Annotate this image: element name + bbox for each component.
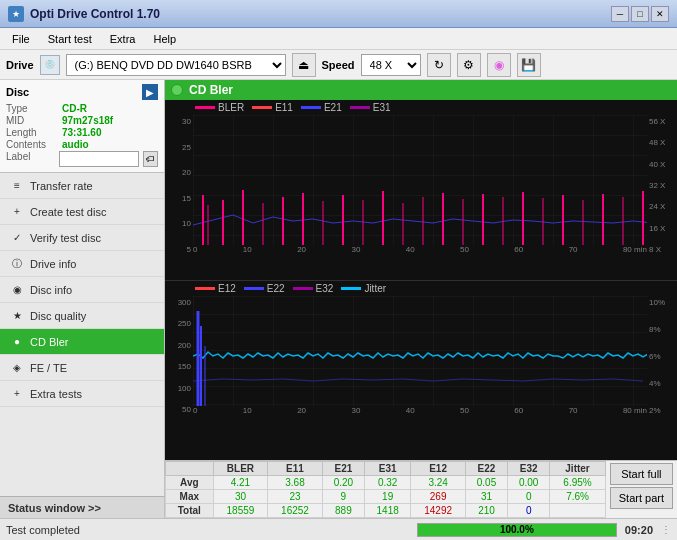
legend-bler-text: BLER [218,102,244,113]
disc-label-row: Label 🏷 [6,151,158,167]
chart1-x-axis: 0 10 20 30 40 50 60 70 80 min [193,245,647,256]
chart-title-bar: CD Bler [165,80,677,100]
save-button[interactable]: 💾 [517,53,541,77]
fe-te-icon: ◈ [10,361,24,375]
disc-contents-label: Contents [6,139,58,150]
sidebar-item-extra-tests[interactable]: + Extra tests [0,381,164,407]
stats-table: BLER E11 E21 E31 E12 E22 E32 Jitter [165,461,606,518]
stat-avg-e31: 0.32 [365,476,411,490]
disc-contents-value: audio [62,139,89,150]
x-label: 70 [569,406,578,415]
chart2-legend: E12 E22 E32 Jitter [165,281,677,296]
y-label-right: 56 X [647,117,677,126]
legend-jitter-text: Jitter [364,283,386,294]
right-panel: CD Bler BLER E11 E21 [165,80,677,518]
sidebar-item-disc-info[interactable]: ◉ Disc info [0,277,164,303]
y-label: 15 [165,194,193,203]
eject-button[interactable]: ⏏ [292,53,316,77]
sidebar-item-label: CD Bler [30,336,69,348]
disc-length-row: Length 73:31.60 [6,127,158,138]
title-bar-buttons: ─ □ ✕ [611,6,669,22]
x-label: 80 min [623,406,647,415]
legend-e11-text: E11 [275,102,293,113]
x-label: 50 [460,406,469,415]
disc-arrow-button[interactable]: ▶ [142,84,158,100]
sidebar-item-cd-bler[interactable]: ● CD Bler [0,329,164,355]
maximize-button[interactable]: □ [631,6,649,22]
legend-e31-color [350,106,370,109]
col-header-jitter: Jitter [550,462,605,476]
menu-extra[interactable]: Extra [102,31,144,47]
disc-type-row: Type CD-R [6,103,158,114]
col-header-bler: BLER [213,462,268,476]
stat-max-e12: 269 [411,490,466,504]
stat-total-bler: 18559 [213,504,268,518]
menu-bar: File Start test Extra Help [0,28,677,50]
sidebar-item-label: Extra tests [30,388,82,400]
charts-container: BLER E11 E21 E31 [165,100,677,460]
y-label: 50 [165,405,193,414]
status-bar: Test completed 100.0% 09:20 ⋮ [0,518,677,540]
x-label: 20 [297,245,306,254]
y-label-right: 4% [647,379,677,388]
disc-label-button[interactable]: 🏷 [143,151,158,167]
drive-select[interactable]: (G:) BENQ DVD DD DW1640 BSRB [66,54,286,76]
speed-select[interactable]: 48 X [361,54,421,76]
resize-grip[interactable]: ⋮ [661,524,671,535]
svg-rect-32 [193,296,647,406]
legend-e12-color [195,287,215,290]
disc-info-icon: ◉ [10,283,24,297]
status-window-button[interactable]: Status window >> [0,496,164,518]
sidebar-item-verify-test-disc[interactable]: ✓ Verify test disc [0,225,164,251]
y-label-right: 16 X [647,224,677,233]
y-label: 300 [165,298,193,307]
create-test-disc-icon: + [10,205,24,219]
menu-help[interactable]: Help [145,31,184,47]
disc-type-label: Type [6,103,58,114]
color-button[interactable]: ◉ [487,53,511,77]
progress-text: 100.0% [418,524,616,536]
start-full-button[interactable]: Start full [610,463,673,485]
stat-max-bler: 30 [213,490,268,504]
x-label: 30 [351,406,360,415]
chart2-wrapper: E12 E22 E32 Jitter [165,280,677,461]
app-icon: ★ [8,6,24,22]
disc-title: Disc [6,86,29,98]
disc-mid-row: MID 97m27s18f [6,115,158,126]
sidebar-item-disc-quality[interactable]: ★ Disc quality [0,303,164,329]
settings-button[interactable]: ⚙ [457,53,481,77]
sidebar: Disc ▶ Type CD-R MID 97m27s18f Length 73… [0,80,165,518]
legend-e12-text: E12 [218,283,236,294]
stats-header-row: BLER E11 E21 E31 E12 E22 E32 Jitter [166,462,606,476]
chart1-y-axis-right: 56 X 48 X 40 X 32 X 24 X 16 X 8 X [647,115,677,256]
chart2-y-axis-left: 300 250 200 150 100 50 [165,296,193,417]
sidebar-item-fe-te[interactable]: ◈ FE / TE [0,355,164,381]
refresh-button[interactable]: ↻ [427,53,451,77]
cd-bler-icon: ● [10,335,24,349]
col-header-label [166,462,214,476]
menu-start-test[interactable]: Start test [40,31,100,47]
disc-panel: Disc ▶ Type CD-R MID 97m27s18f Length 73… [0,80,164,173]
sidebar-item-create-test-disc[interactable]: + Create test disc [0,199,164,225]
disc-label-input[interactable] [59,151,139,167]
status-window-label: Status window >> [8,502,101,514]
legend-bler: BLER [195,102,244,113]
disc-mid-label: MID [6,115,58,126]
menu-file[interactable]: File [4,31,38,47]
legend-e11: E11 [252,102,293,113]
start-part-button[interactable]: Start part [610,487,673,509]
sidebar-item-drive-info[interactable]: ⓘ Drive info [0,251,164,277]
action-buttons: Start full Start part [606,461,677,518]
minimize-button[interactable]: ─ [611,6,629,22]
disc-quality-icon: ★ [10,309,24,323]
sidebar-item-transfer-rate[interactable]: ≡ Transfer rate [0,173,164,199]
x-label: 10 [243,245,252,254]
close-button[interactable]: ✕ [651,6,669,22]
stat-avg-e12: 3.24 [411,476,466,490]
x-label: 40 [406,406,415,415]
stats-row-container: BLER E11 E21 E31 E12 E22 E32 Jitter [165,461,677,518]
x-label: 40 [406,245,415,254]
x-label: 60 [514,406,523,415]
stat-total-e12: 14292 [411,504,466,518]
chart1-wrapper: BLER E11 E21 E31 [165,100,677,280]
